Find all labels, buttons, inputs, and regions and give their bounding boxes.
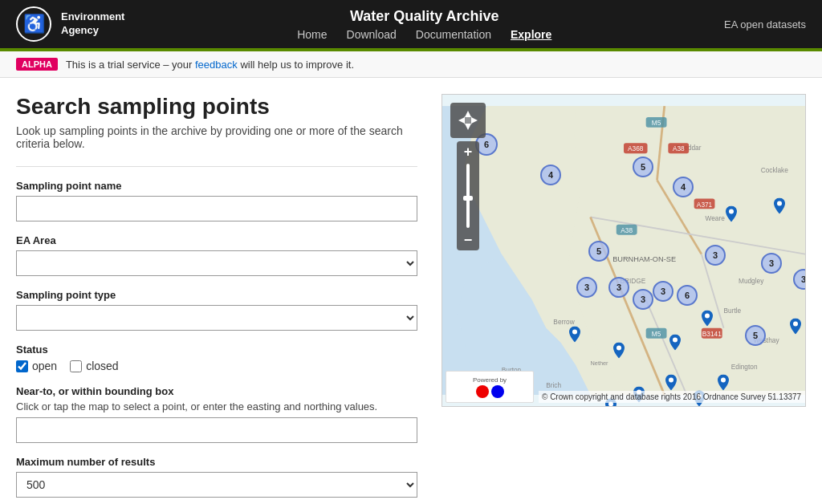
svg-text:A371: A371 bbox=[697, 201, 713, 209]
svg-marker-51 bbox=[465, 124, 471, 130]
main-nav: Home Download Documentation Explore bbox=[297, 28, 551, 41]
os-dots bbox=[476, 385, 504, 398]
status-open-label[interactable]: open bbox=[16, 360, 57, 372]
svg-text:A38: A38 bbox=[621, 226, 633, 234]
agency-logo: ♿ bbox=[16, 6, 51, 42]
svg-text:A38: A38 bbox=[673, 144, 685, 152]
svg-rect-54 bbox=[464, 116, 472, 124]
feedback-link[interactable]: feedback bbox=[195, 59, 238, 71]
open-datasets-link[interactable]: EA open datasets bbox=[724, 18, 806, 30]
site-header: ♿ Environment Agency Water Quality Archi… bbox=[0, 0, 822, 48]
os-dot-red bbox=[476, 385, 489, 398]
status-group: Status open closed bbox=[16, 343, 417, 372]
svg-text:Edington: Edington bbox=[731, 363, 758, 371]
header-center: Water Quality Archive Home Download Docu… bbox=[297, 8, 551, 41]
main-content: Search sampling points Look up sampling … bbox=[0, 78, 822, 504]
page-title: Search sampling points bbox=[16, 94, 417, 120]
svg-text:A368: A368 bbox=[628, 144, 644, 152]
nav-explore[interactable]: Explore bbox=[511, 28, 551, 41]
alpha-badge: ALPHA bbox=[16, 58, 58, 71]
zoom-control: + − bbox=[457, 141, 479, 250]
status-closed-checkbox[interactable] bbox=[70, 360, 82, 372]
svg-marker-53 bbox=[471, 117, 478, 124]
page-description: Look up sampling points in the archive b… bbox=[16, 124, 417, 150]
svg-marker-52 bbox=[458, 117, 465, 124]
svg-text:BRIDGE: BRIDGE bbox=[620, 278, 645, 286]
svg-text:Weare: Weare bbox=[705, 214, 725, 222]
map-svg: BURNHAM-ON-SE BRIDGE Berrow Burton Brich… bbox=[442, 95, 805, 406]
zoom-slider[interactable] bbox=[466, 164, 470, 228]
zoom-out-button[interactable]: − bbox=[457, 230, 479, 250]
svg-text:Berrow: Berrow bbox=[553, 318, 575, 326]
max-results-label: Maximum number of results bbox=[16, 456, 417, 468]
sampling-point-type-group: Sampling point type River Lake Groundwat… bbox=[16, 289, 417, 331]
sampling-point-name-label: Sampling point name bbox=[16, 180, 417, 192]
map-attribution: © Crown copyright and database rights 20… bbox=[539, 391, 805, 403]
ea-area-select[interactable]: Anglian Midlands North East North West S… bbox=[16, 250, 417, 276]
zoom-in-button[interactable]: + bbox=[457, 141, 479, 162]
logo-icon: ♿ bbox=[23, 14, 45, 35]
svg-marker-50 bbox=[465, 111, 471, 117]
status-label: Status bbox=[16, 343, 417, 356]
bounding-box-section: Near-to, or within bounding box Click or… bbox=[16, 385, 417, 443]
svg-text:B3141: B3141 bbox=[702, 330, 722, 338]
alpha-text: This is a trial service – your feedback … bbox=[66, 59, 354, 71]
bounding-box-desc: Click or tap the map to select a point, … bbox=[16, 400, 417, 413]
pan-control[interactable] bbox=[450, 103, 486, 138]
map-controls: + − bbox=[450, 103, 486, 250]
map-section: BURNHAM-ON-SE BRIDGE Berrow Burton Brich… bbox=[442, 94, 806, 504]
nav-documentation[interactable]: Documentation bbox=[416, 28, 491, 41]
logo-area: ♿ Environment Agency bbox=[16, 6, 124, 42]
nav-home[interactable]: Home bbox=[297, 28, 327, 41]
bounding-box-input[interactable]: 332360,149160 bbox=[16, 417, 417, 443]
os-logo: Powered by bbox=[446, 371, 534, 403]
sampling-point-name-group: Sampling point name bbox=[16, 180, 417, 222]
sampling-point-type-select[interactable]: River Lake Groundwater Coastal bbox=[16, 305, 417, 331]
bounding-box-title: Near-to, or within bounding box bbox=[16, 385, 417, 397]
search-form-section: Search sampling points Look up sampling … bbox=[16, 94, 417, 504]
alpha-banner: ALPHA This is a trial service – your fee… bbox=[0, 51, 822, 78]
svg-text:Mudgley: Mudgley bbox=[739, 278, 764, 286]
svg-text:Westhay: Westhay bbox=[753, 336, 779, 344]
os-dot-blue bbox=[491, 385, 504, 398]
divider bbox=[16, 166, 417, 167]
map-container[interactable]: BURNHAM-ON-SE BRIDGE Berrow Burton Brich… bbox=[442, 94, 806, 407]
max-results-group: Maximum number of results 10 25 50 100 5… bbox=[16, 456, 417, 498]
svg-text:Cocklake: Cocklake bbox=[761, 166, 789, 174]
svg-text:M5: M5 bbox=[652, 330, 661, 338]
zoom-slider-handle[interactable] bbox=[463, 196, 473, 201]
svg-text:BURNHAM-ON-SE: BURNHAM-ON-SE bbox=[612, 255, 676, 263]
agency-name: Environment Agency bbox=[61, 10, 124, 38]
site-title: Water Quality Archive bbox=[350, 8, 499, 25]
svg-text:Brich: Brich bbox=[546, 381, 561, 389]
status-checkboxes: open closed bbox=[16, 360, 417, 372]
status-closed-label[interactable]: closed bbox=[70, 360, 118, 372]
ea-area-label: EA Area bbox=[16, 234, 417, 246]
os-logo-text: Powered by bbox=[473, 376, 507, 384]
svg-text:Nether: Nether bbox=[590, 360, 608, 367]
svg-text:M5: M5 bbox=[652, 119, 661, 127]
status-open-checkbox[interactable] bbox=[16, 360, 28, 372]
sampling-point-type-label: Sampling point type bbox=[16, 289, 417, 301]
max-results-select[interactable]: 10 25 50 100 500 1000 bbox=[16, 472, 417, 498]
ea-area-group: EA Area Anglian Midlands North East Nort… bbox=[16, 234, 417, 276]
sampling-point-name-input[interactable] bbox=[16, 196, 417, 222]
nav-download[interactable]: Download bbox=[347, 28, 397, 41]
svg-text:Burtle: Burtle bbox=[724, 307, 742, 315]
